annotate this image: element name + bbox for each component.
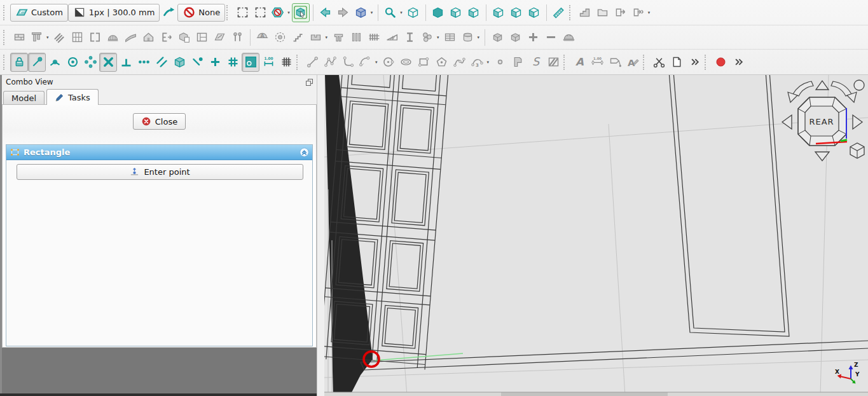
snap-near-button[interactable]: [135, 53, 153, 72]
axis-button[interactable]: [229, 28, 247, 47]
shapestring-button[interactable]: [527, 53, 544, 72]
toolbar-handle[interactable]: [643, 55, 647, 70]
draft-circle-button[interactable]: [380, 53, 397, 72]
text-button[interactable]: [570, 53, 588, 72]
toolbar-handle[interactable]: [3, 5, 8, 20]
panel-button[interactable]: [193, 28, 211, 47]
profile-button[interactable]: [401, 28, 418, 47]
export-options-button-dropdown-icon[interactable]: ▾: [648, 10, 651, 15]
toggle-nonselectable-button-dropdown-icon[interactable]: ▾: [287, 10, 290, 15]
snap-angle-button[interactable]: [81, 53, 99, 72]
zoom-button[interactable]: ▾: [382, 3, 404, 22]
rotate-view-button-dropdown-icon[interactable]: ▾: [371, 10, 373, 15]
label-button[interactable]: [606, 53, 624, 72]
view-front-button[interactable]: [429, 3, 447, 22]
annotation-style-button[interactable]: [624, 53, 642, 72]
close-task-button[interactable]: Close: [133, 113, 186, 130]
enter-point-button[interactable]: Enter point: [17, 164, 303, 180]
draft-bezier-button-dropdown-icon[interactable]: ▾: [487, 60, 490, 65]
draft-line-button[interactable]: [303, 53, 321, 72]
truss-button[interactable]: [383, 28, 401, 47]
equipment-button[interactable]: [488, 28, 506, 47]
box-element-select-button[interactable]: [251, 3, 269, 22]
snap-extension-button[interactable]: [153, 53, 170, 72]
toolbar-handle[interactable]: [296, 55, 301, 70]
restrict-working-plane-button[interactable]: [242, 53, 259, 72]
view-left-button[interactable]: [525, 3, 543, 22]
view-right-button[interactable]: [465, 3, 483, 22]
wall-join-button[interactable]: ▾: [307, 28, 330, 47]
nav-back-button[interactable]: [317, 3, 334, 22]
axonometric-view-button[interactable]: [404, 3, 422, 22]
draft-polygon-button[interactable]: [433, 53, 451, 72]
section-plane-button[interactable]: [158, 28, 176, 47]
draft-ellipse-button[interactable]: [397, 53, 415, 72]
material-button-dropdown-icon[interactable]: ▾: [437, 35, 439, 40]
nav-forward-button[interactable]: [334, 3, 352, 22]
view-top-button[interactable]: [447, 3, 465, 22]
arch-utilities-button[interactable]: [576, 3, 594, 22]
measure-button[interactable]: [550, 3, 568, 22]
rebar-button[interactable]: [51, 28, 69, 47]
axes-system-button[interactable]: [254, 28, 272, 47]
dimension-button[interactable]: [588, 53, 606, 72]
draft-arc-button[interactable]: ▾: [357, 53, 380, 72]
dome-button[interactable]: [104, 28, 122, 47]
toolbar-handle[interactable]: [3, 30, 8, 45]
3d-viewport[interactable]: REAR Z X Y: [324, 75, 868, 396]
draft-bspline-button[interactable]: [451, 53, 469, 72]
structure-button[interactable]: ▾: [28, 28, 51, 47]
stairs-button[interactable]: [289, 28, 307, 47]
tab-model[interactable]: Model: [3, 91, 45, 105]
export-button[interactable]: [612, 3, 630, 22]
schedule-button[interactable]: [441, 28, 459, 47]
zoom-button-dropdown-icon[interactable]: ▾: [400, 10, 403, 15]
toolbar-overflow-button[interactable]: [685, 53, 703, 72]
macro-record-button[interactable]: [712, 53, 729, 72]
snap-lock-button[interactable]: [10, 53, 28, 72]
view-bottom-button[interactable]: [507, 3, 525, 22]
collapse-section-icon[interactable]: [299, 147, 310, 158]
sheet-button[interactable]: [211, 28, 229, 47]
fence-button[interactable]: [365, 28, 383, 47]
building-button[interactable]: [140, 28, 158, 47]
draft-rectangle-button[interactable]: [415, 53, 433, 72]
float-panel-icon[interactable]: [305, 78, 314, 87]
snap-ortho-button[interactable]: [206, 53, 224, 72]
frame-button[interactable]: [329, 28, 347, 47]
nav-circle-button[interactable]: [854, 80, 864, 90]
open-folder-button[interactable]: [594, 3, 612, 22]
tab-tasks[interactable]: Tasks: [46, 89, 99, 105]
line-style-button[interactable]: 1px | 300.0 mm: [68, 4, 160, 22]
paste-button[interactable]: [668, 53, 685, 72]
toggle-nonselectable-button[interactable]: ▾: [269, 3, 292, 22]
toolbar-handle[interactable]: [705, 55, 709, 70]
cut-button[interactable]: [650, 53, 668, 72]
nav-cube-face-label[interactable]: REAR: [809, 117, 834, 126]
add-component-button[interactable]: [524, 28, 542, 47]
window-button[interactable]: [86, 28, 104, 47]
snap-working-plane-cube-button[interactable]: [170, 53, 188, 72]
selection-view-button[interactable]: [292, 3, 310, 22]
material-button[interactable]: ▾: [418, 28, 441, 47]
snap-special-button[interactable]: [188, 53, 206, 72]
snap-perpendicular-button[interactable]: [117, 53, 135, 72]
panel-splitter[interactable]: [317, 75, 324, 396]
facebinder-button[interactable]: [509, 53, 527, 72]
toolbar-handle[interactable]: [563, 55, 568, 70]
slats-button[interactable]: [347, 28, 365, 47]
equipment-clone-button[interactable]: [506, 28, 524, 47]
rectangle-task-header[interactable]: Rectangle: [6, 145, 312, 160]
export-options-button[interactable]: ▾: [630, 3, 652, 22]
draft-arc-button-dropdown-icon[interactable]: ▾: [375, 60, 378, 65]
roof-button[interactable]: [122, 28, 140, 47]
snap-intersection-button[interactable]: [99, 53, 117, 72]
draft-point-button[interactable]: [491, 53, 509, 72]
rotate-view-button[interactable]: ▾: [352, 3, 375, 22]
toolbar-handle[interactable]: [569, 5, 574, 20]
curtain-wall-button[interactable]: [69, 28, 86, 47]
box-select-button[interactable]: [233, 3, 251, 22]
pipe-button[interactable]: ▾: [459, 28, 482, 47]
survey-button[interactable]: [560, 28, 577, 47]
project-button[interactable]: [176, 28, 193, 47]
